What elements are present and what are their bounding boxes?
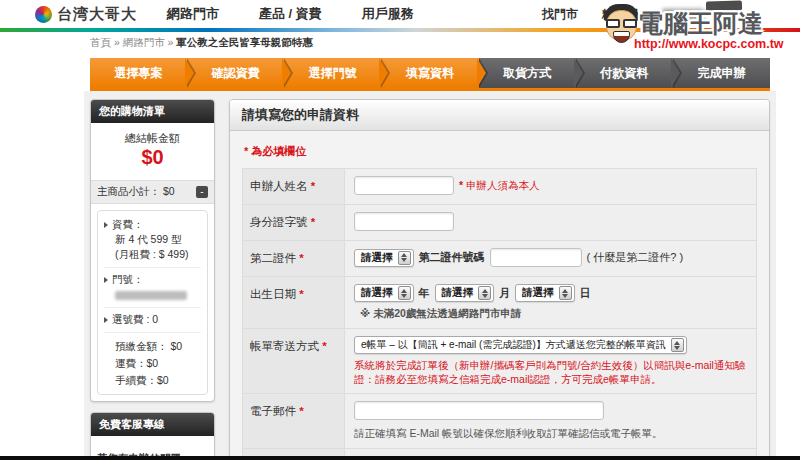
brand-globe-icon: [35, 6, 52, 23]
row-email: 電子郵件 * 請正確填寫 E-Mail 帳號以確保您順利收取訂單確認信或電子帳單…: [243, 394, 756, 449]
brand[interactable]: 台湾大哥大: [35, 5, 137, 24]
form-table: 申辦人姓名 * * 申辦人須為本人: [242, 168, 757, 460]
main-nav: 網路門市 產品 / 資費 用戶服務: [167, 5, 414, 23]
cart-items-card: 資費： 新 4 代 599 型 (月租費 : $ 499) 門號： 選號費 : …: [97, 210, 208, 395]
second-id-number-input[interactable]: [490, 248, 582, 267]
cart-title: 您的購物清單: [91, 100, 214, 123]
cart-item-plan: 資費： 新 4 代 599 型 (月租費 : $ 499): [104, 213, 201, 268]
applicant-name-input[interactable]: [354, 176, 454, 195]
required-mark: *: [244, 145, 248, 157]
form-body: * 為必填欄位 申辦人姓名 *: [230, 131, 769, 460]
second-id-number-label: 第二證件號碼: [419, 250, 485, 265]
second-id-type-select[interactable]: 請選擇: [354, 249, 414, 267]
bill-delivery-value: e帳單 – 以【簡訊 + e-mail (需完成認證)】方式遞送您完整的帳單資訊…: [345, 329, 756, 393]
step-select-number[interactable]: 選擇門號: [284, 58, 381, 88]
cart-plan-fee: (月租費 : $ 499): [104, 247, 201, 262]
cart-subtotal-label: 主商品小計： $0: [97, 185, 175, 199]
service-title: 免費客服專線: [91, 413, 214, 436]
row-second-id: 第二證件 * 請選擇 第二證件號碼 ( 什麼是第二: [243, 241, 756, 277]
row-bill-delivery: 帳單寄送方式 * e帳單 – 以【簡訊 + e-mail (需完成認證)】方式遞…: [243, 329, 756, 394]
page: 台湾大哥大 網路門市 產品 / 資費 用戶服務 找門市 粉絲團 首頁 » 網路門…: [0, 0, 800, 460]
cart-total: 總結帳金額 $0: [91, 123, 214, 174]
second-id-label: 第二證件 *: [243, 241, 345, 276]
secondary-nav: 找門市 粉絲團: [542, 6, 704, 23]
cart-total-label: 總結帳金額: [125, 132, 180, 144]
nav-online-store[interactable]: 網路門市: [167, 5, 219, 23]
required-mark: *: [299, 405, 303, 417]
email-input[interactable]: [354, 401, 604, 420]
nav-fans-page[interactable]: 粉絲團: [602, 6, 638, 23]
step-fill-info[interactable]: 填寫資料: [381, 58, 478, 88]
birthday-age-note: ※ 未滿20歲無法透過網路門市申請: [360, 307, 521, 321]
email-note: 請正確填寫 E-Mail 帳號以確保您順利收取訂單確認信或電子帳單。: [354, 427, 747, 441]
bullet-icon: [104, 317, 108, 323]
applicant-name-note: * 申辦人須為本人: [459, 178, 540, 192]
row-applicant-name: 申辦人姓名 * * 申辦人須為本人: [243, 169, 756, 205]
bullet-icon: [104, 277, 108, 283]
select-stepper-icon: [671, 338, 684, 352]
select-stepper-icon: [559, 286, 572, 300]
required-mark: *: [299, 288, 303, 300]
content-area: 您的購物清單 總結帳金額 $0 主商品小計： $0 - 資費： 新 4 代 59…: [84, 91, 776, 460]
required-mark: *: [311, 180, 315, 192]
national-id-value: [345, 205, 756, 240]
bill-delivery-note: 系統將於完成訂單後（新申辦/攜碼客戶則為門號/合約生效後）以簡訊與e-mail通…: [354, 358, 747, 386]
cart-fees: 預繳金額： $0 運費：$0 手續費：$0: [104, 333, 201, 391]
collapse-cart-button[interactable]: -: [196, 186, 208, 198]
what-is-second-id-link[interactable]: ( 什麼是第二證件? ): [587, 250, 684, 265]
birth-month-select[interactable]: 請選擇: [435, 284, 495, 302]
bill-delivery-label: 帳單寄送方式 *: [243, 329, 345, 393]
cart-total-value: $0: [91, 146, 214, 169]
blurred-nav-item: [662, 9, 704, 20]
top-bar: 台湾大哥大 網路門市 產品 / 資費 用戶服務 找門市 粉絲團: [0, 0, 800, 28]
breadcrumb-current: 軍公教之全民皆享母親節特惠: [176, 36, 313, 48]
select-value: 請選擇: [361, 251, 393, 265]
nav-find-store[interactable]: 找門市: [542, 6, 578, 23]
national-id-input[interactable]: [354, 212, 454, 231]
applicant-name-value: * 申辦人須為本人: [345, 169, 756, 204]
email-value: 請正確填寫 E-Mail 帳號以確保您順利收取訂單確認信或電子帳單。: [345, 394, 756, 448]
cart-prepaid: 預繳金額： $0: [115, 338, 201, 355]
required-mark: *: [299, 252, 303, 264]
blurred-phone-number: [115, 291, 187, 300]
nav-user-services[interactable]: 用戶服務: [362, 5, 414, 23]
cart-shipping: 運費：$0: [115, 355, 201, 372]
cart-pick-fee-label: 選號費 : 0: [112, 313, 158, 325]
row-birthday: 出生日期 * 請選擇 年 請選擇: [243, 277, 756, 329]
row-national-id: 身分證字號 *: [243, 205, 756, 241]
day-unit: 日: [580, 286, 591, 301]
bill-delivery-select[interactable]: e帳單 – 以【簡訊 + e-mail (需完成認證)】方式遞送您完整的帳單資訊: [354, 336, 687, 354]
step-confirm-rate[interactable]: 確認資費: [187, 58, 284, 88]
step-complete: 完成申辦: [673, 58, 770, 88]
breadcrumb-trail[interactable]: 首頁 » 網路門市 »: [90, 36, 173, 48]
birthday-value: 請選擇 年 請選擇 月 請選擇: [345, 277, 756, 328]
required-mark: *: [311, 216, 315, 228]
step-select-plan[interactable]: 選擇專案: [90, 58, 187, 88]
birth-day-select[interactable]: 請選擇: [515, 284, 575, 302]
required-note-text: 為必填欄位: [251, 145, 306, 157]
cart-number-label: 門號：: [112, 273, 144, 285]
select-stepper-icon: [398, 286, 411, 300]
cart-item-pick-fee: 選號費 : 0: [104, 308, 201, 333]
bullet-icon: [104, 222, 108, 228]
email-label: 電子郵件 *: [243, 394, 345, 448]
breadcrumb: 首頁 » 網路門市 » 軍公教之全民皆享母親節特惠: [0, 32, 800, 52]
cart-handling: 手續費：$0: [115, 372, 201, 389]
service-box: 免費客服專線 若您有申辦的問題 請撥 0809-000-852 24小時服務: [90, 412, 215, 460]
birthday-label: 出生日期 *: [243, 277, 345, 328]
national-id-label: 身分證字號 *: [243, 205, 345, 240]
required-mark: *: [322, 340, 326, 352]
sidebar: 您的購物清單 總結帳金額 $0 主商品小計： $0 - 資費： 新 4 代 59…: [90, 99, 215, 460]
select-stepper-icon: [478, 286, 491, 300]
nav-products-rates[interactable]: 產品 / 資費: [259, 5, 322, 23]
form-title: 請填寫您的申請資料: [230, 100, 769, 131]
step-payment: 付款資料: [576, 58, 673, 88]
select-stepper-icon: [398, 251, 411, 265]
application-form-panel: 請填寫您的申請資料 * 為必填欄位 申辦人姓名 *: [229, 99, 770, 460]
applicant-name-label: 申辦人姓名 *: [243, 169, 345, 204]
birth-year-select[interactable]: 請選擇: [354, 284, 414, 302]
progress-steps: 選擇專案 確認資費 選擇門號 填寫資料 取貨方式 付款資料 完成申辦: [90, 58, 770, 88]
cart-item-number: 門號：: [104, 268, 201, 308]
year-unit: 年: [419, 286, 430, 301]
brand-name: 台湾大哥大: [57, 5, 137, 24]
